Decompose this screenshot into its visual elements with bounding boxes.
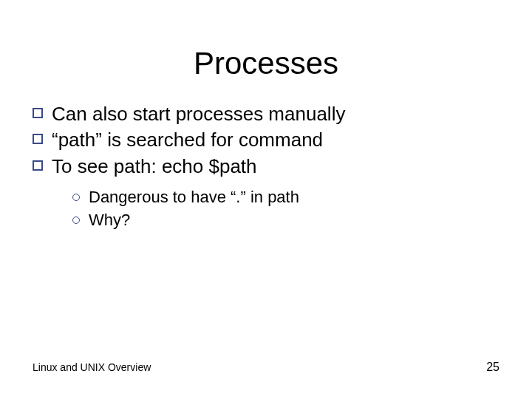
circle-bullet-icon — [72, 216, 80, 224]
sub-bullet-item: Dangerous to have “.” in path — [72, 186, 499, 208]
square-bullet-icon — [33, 108, 43, 118]
bullet-item: Can also start processes manually — [33, 102, 499, 126]
bullet-item: “path” is searched for command — [33, 128, 499, 152]
slide: Processes Can also start processes manua… — [0, 0, 532, 399]
page-number: 25 — [486, 361, 499, 374]
sub-bullet-text: Dangerous to have “.” in path — [89, 188, 299, 206]
bullet-text: Can also start processes manually — [52, 103, 345, 125]
bullet-list: Can also start processes manually “path”… — [33, 102, 499, 231]
bullet-item: To see path: echo $path Dangerous to hav… — [33, 154, 499, 232]
slide-title: Processes — [0, 0, 532, 81]
circle-bullet-icon — [72, 194, 80, 201]
footer: Linux and UNIX Overview 25 — [33, 361, 499, 374]
square-bullet-icon — [33, 160, 43, 171]
slide-body: Can also start processes manually “path”… — [0, 81, 532, 231]
sub-bullet-item: Why? — [72, 209, 499, 231]
bullet-text: “path” is searched for command — [52, 129, 323, 151]
sub-bullet-list: Dangerous to have “.” in path Why? — [52, 186, 499, 231]
sub-bullet-text: Why? — [89, 211, 130, 229]
square-bullet-icon — [33, 134, 43, 144]
footer-text: Linux and UNIX Overview — [33, 361, 151, 373]
bullet-text: To see path: echo $path — [52, 155, 257, 177]
